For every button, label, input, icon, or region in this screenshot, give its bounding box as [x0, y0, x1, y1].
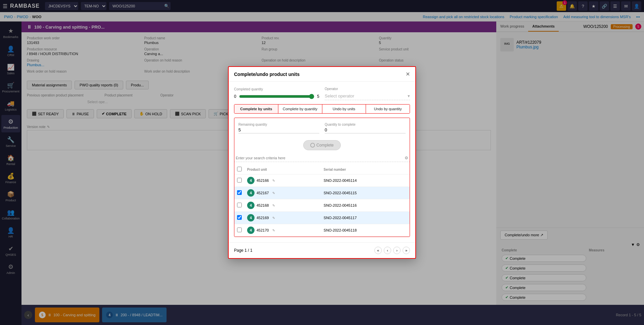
page-first-button[interactable]: « — [374, 247, 382, 254]
serial-number-0: SNO-2022-0045114 — [321, 174, 410, 187]
serial-number-2: SNO-2022-0045116 — [321, 199, 410, 212]
quantity-to-complete-label: Quantity to complete — [325, 123, 356, 126]
unit-badge-3: 4 — [247, 214, 255, 221]
form-group-completed-quantity: Completed quantity 0 5 — [234, 87, 319, 100]
tab-undo-by-quantity[interactable]: Undo by quantity — [366, 105, 410, 113]
unit-badge-0: 4 — [247, 177, 255, 184]
row-checkbox-3[interactable] — [237, 215, 242, 220]
serial-number-4: SNO-2022-0045118 — [321, 224, 410, 237]
edit-icon-1[interactable]: ✎ — [272, 191, 275, 195]
edit-icon-4[interactable]: ✎ — [272, 229, 275, 232]
remaining-quantity-value: 5 — [238, 127, 319, 133]
serial-number-1: SNO-2022-0045115 — [321, 187, 410, 199]
row-checkbox-4[interactable] — [237, 228, 242, 232]
form-row-quantity-operator: Completed quantity 0 5 Operator Select o… — [234, 87, 410, 100]
pagination-controls: « ‹ › » — [374, 247, 410, 254]
operator-select-dropdown[interactable]: Select operator ▾ — [325, 92, 410, 100]
table-row[interactable]: 4 452169 ✎ SNO-2022-0045117 — [234, 212, 410, 224]
form-group-operator: Operator Select operator ▾ — [325, 87, 410, 100]
quantity-to-complete-value: 0 — [325, 127, 406, 133]
unit-badge-2: 4 — [247, 202, 255, 209]
unit-badge-4: 4 — [247, 227, 255, 234]
product-table: Product unit Serial number 4 452166 ✎ SN… — [234, 165, 410, 237]
modal-title: Complete/undo product units — [234, 72, 300, 77]
page-last-button[interactable]: » — [403, 247, 410, 254]
complete-action-button[interactable]: Complete — [303, 140, 340, 150]
tab-complete-by-units[interactable]: Complete by units — [234, 105, 278, 113]
product-unit-id-4: 452170 — [257, 228, 269, 232]
remaining-quantity-group: Remaining quantity 5 — [238, 122, 319, 133]
serial-number-3: SNO-2022-0045117 — [321, 212, 410, 224]
page-prev-button[interactable]: ‹ — [384, 247, 391, 254]
edit-icon-2[interactable]: ✎ — [272, 204, 275, 207]
edit-icon-3[interactable]: ✎ — [272, 216, 275, 220]
modal-close-button[interactable]: ✕ — [406, 71, 410, 77]
quantity-to: 5 — [317, 94, 319, 99]
search-bar: ⚙ — [234, 154, 410, 162]
edit-icon-0[interactable]: ✎ — [272, 179, 275, 182]
operator-placeholder: Select operator — [325, 93, 354, 98]
modal-tab-row: Complete by units Complete by quantity U… — [234, 104, 410, 114]
modal-header: Complete/undo product units ✕ — [229, 67, 415, 82]
qty-fields-row: Remaining quantity 5 Quantity to complet… — [234, 118, 410, 137]
quantity-range-row: 0 5 — [234, 92, 319, 100]
complete-undo-modal: Complete/undo product units ✕ Completed … — [228, 66, 416, 259]
col-product-unit-header: Product unit — [244, 165, 321, 174]
quantity-from: 0 — [234, 94, 236, 99]
tab-undo-by-units[interactable]: Undo by units — [322, 105, 366, 113]
chevron-down-icon: ▾ — [408, 93, 410, 98]
product-unit-id-2: 452168 — [257, 203, 269, 207]
complete-btn-circle-icon — [310, 143, 315, 148]
modal-footer: Page 1 / 1 « ‹ › » — [229, 242, 415, 258]
pagination-text: Page 1 / 1 — [234, 248, 252, 253]
search-settings-icon[interactable]: ⚙ — [405, 156, 408, 160]
table-row[interactable]: 4 452166 ✎ SNO-2022-0045114 — [234, 174, 410, 187]
select-all-checkbox[interactable] — [237, 167, 242, 171]
col-serial-number-header: Serial number — [321, 165, 410, 174]
product-unit-id-0: 452166 — [257, 178, 269, 182]
table-row[interactable]: 4 452168 ✎ SNO-2022-0045116 — [234, 199, 410, 212]
search-input[interactable] — [236, 156, 405, 160]
quantity-slider-wrap — [239, 94, 315, 100]
quantity-to-complete-group: Quantity to complete 0 — [325, 122, 406, 133]
product-unit-id-1: 452167 — [257, 191, 269, 195]
product-unit-id-3: 452169 — [257, 216, 269, 220]
complete-btn-label: Complete — [316, 143, 333, 148]
tab-complete-by-quantity[interactable]: Complete by quantity — [278, 105, 322, 113]
completed-quantity-label: Completed quantity — [234, 87, 319, 91]
modal-overlay: Complete/undo product units ✕ Completed … — [0, 0, 644, 325]
table-row[interactable]: 4 452167 ✎ SNO-2022-0045115 — [234, 187, 410, 199]
page-next-button[interactable]: › — [393, 247, 401, 254]
complete-btn-wrap: Complete — [234, 140, 410, 150]
unit-badge-1: 4 — [247, 189, 255, 197]
remaining-quantity-label: Remaining quantity — [238, 123, 267, 126]
table-section: Remaining quantity 5 Quantity to complet… — [234, 118, 410, 237]
row-checkbox-2[interactable] — [237, 203, 242, 207]
table-row[interactable]: 4 452170 ✎ SNO-2022-0045118 — [234, 224, 410, 237]
operator-form-label: Operator — [325, 87, 410, 91]
modal-body: Completed quantity 0 5 Operator Select o… — [229, 82, 415, 242]
row-checkbox-1[interactable] — [237, 190, 242, 195]
quantity-slider[interactable] — [239, 94, 315, 99]
row-checkbox-0[interactable] — [237, 178, 242, 182]
